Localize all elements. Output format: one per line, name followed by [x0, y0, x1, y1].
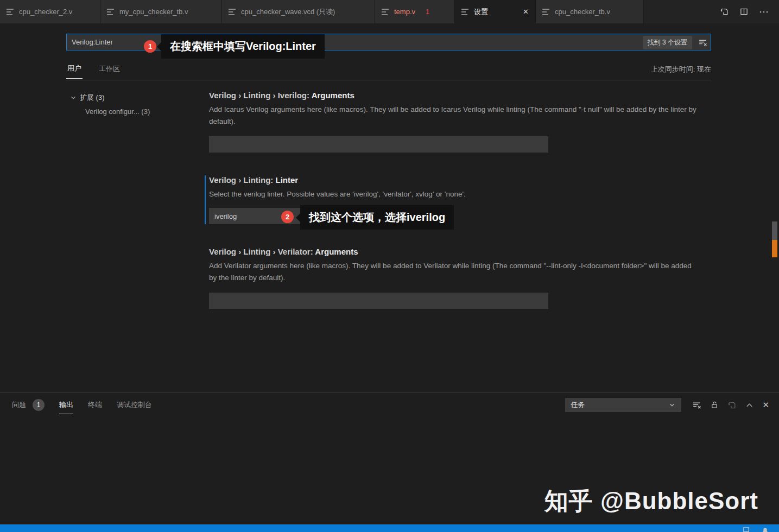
annotation-badge-2: 2	[281, 211, 294, 223]
settings-result-count: 找到 3 个设置	[643, 36, 692, 49]
file-icon	[7, 9, 14, 15]
panel-tab-label: 输出	[59, 400, 73, 414]
panel-tab-label: 调试控制台	[117, 400, 152, 410]
panel-tab-label: 问题	[12, 400, 26, 410]
tab-cpu-checker-wave-vcd[interactable]: cpu_checker_wave.vcd (只读)	[222, 0, 375, 23]
setting-title: Verilog › Linting: Linter	[209, 175, 711, 185]
linter-select-value: iverilog	[214, 212, 237, 220]
editor-tab-bar: cpu_checker_2.v my_cpu_checker_tb.v cpu_…	[0, 0, 779, 23]
iverilog-arguments-input[interactable]	[209, 136, 548, 153]
lock-icon[interactable]	[710, 401, 719, 409]
problems-count-badge: 1	[33, 399, 45, 411]
annotation-tooltip-2: 找到这个选项，选择iverilog	[300, 205, 454, 230]
panel-actions: 任务	[565, 398, 769, 412]
setting-label: Arguments	[315, 247, 358, 256]
tab-temp-v[interactable]: temp.v 1	[375, 0, 455, 23]
verilator-arguments-input[interactable]	[209, 293, 548, 309]
toc-group-label: 扩展 (3)	[80, 93, 105, 103]
output-channel-value: 任务	[571, 400, 585, 410]
setting-category: Verilog › Linting › Iverilog:	[209, 91, 312, 100]
toc-item-verilog-configuration[interactable]: Verilog configur... (3)	[66, 107, 209, 116]
tab-label: my_cpu_checker_tb.v	[119, 8, 188, 16]
file-icon	[542, 9, 550, 15]
file-icon	[461, 9, 469, 15]
panel-tab-terminal[interactable]: 终端	[88, 400, 102, 410]
setting-label: Linter	[276, 175, 299, 185]
scope-tab-user[interactable]: 用户	[66, 60, 83, 79]
tab-label: cpu_checker_2.v	[19, 8, 72, 16]
settings-list: Verilog › Linting › Iverilog: Arguments …	[209, 81, 711, 392]
clear-filter-icon[interactable]	[698, 38, 707, 47]
tab-label: temp.v	[394, 8, 415, 16]
feedback-icon[interactable]	[742, 526, 750, 532]
setting-title: Verilog › Linting › Iverilog: Arguments	[209, 91, 711, 100]
tab-label: 设置	[474, 7, 488, 17]
panel-tab-problems[interactable]: 问题 1	[12, 399, 45, 411]
settings-scope-tabs: 用户 工作区 上次同步时间: 现在	[66, 59, 711, 80]
go-to-file-icon[interactable]	[720, 7, 729, 16]
settings-toc: 扩展 (3) Verilog configur... (3)	[66, 81, 209, 392]
setting-label: Arguments	[312, 91, 354, 100]
panel-tab-label: 终端	[88, 400, 102, 410]
file-icon	[107, 9, 115, 15]
setting-category: Verilog › Linting › Verilator:	[209, 247, 315, 256]
tab-cpu-checker-tb[interactable]: cpu_checker_tb.v	[536, 0, 644, 23]
setting-description: Add Icarus Verilog arguments here (like …	[209, 104, 700, 128]
tab-cpu-checker-2[interactable]: cpu_checker_2.v	[0, 0, 100, 23]
setting-verilator-arguments: Verilog › Linting › Verilator: Arguments…	[209, 247, 711, 309]
clear-output-icon[interactable]	[692, 401, 701, 410]
file-icon	[229, 9, 236, 15]
setting-category: Verilog › Linting:	[209, 175, 276, 185]
setting-linter: Verilog › Linting: Linter Select the ver…	[205, 175, 711, 224]
tab-label: cpu_checker_wave.vcd (只读)	[241, 7, 335, 17]
chevron-down-icon	[69, 94, 77, 102]
scope-tab-workspace[interactable]: 工作区	[98, 61, 121, 79]
annotation-tooltip-1: 在搜索框中填写Verilog:Linter	[161, 34, 325, 59]
panel-header: 问题 1 输出 终端 调试控制台 任务	[0, 393, 779, 417]
setting-description: Select the verilog linter. Possible valu…	[209, 188, 700, 200]
close-icon[interactable]: ✕	[523, 8, 529, 16]
setting-iverilog-arguments: Verilog › Linting › Iverilog: Arguments …	[209, 91, 711, 153]
close-panel-icon[interactable]: ✕	[762, 400, 769, 410]
go-to-file-icon[interactable]	[727, 401, 737, 410]
overview-ruler-match-marker	[772, 240, 777, 257]
maximize-panel-icon[interactable]	[745, 401, 753, 409]
panel-tab-output[interactable]: 输出	[59, 400, 73, 410]
file-icon	[382, 9, 389, 15]
tab-error-count: 1	[426, 8, 429, 16]
tab-settings[interactable]: 设置 ✕	[455, 0, 536, 23]
split-editor-icon[interactable]	[739, 7, 749, 16]
tab-label: cpu_checker_tb.v	[555, 8, 610, 16]
editor-scrollbar[interactable]	[772, 221, 777, 240]
watermark: 知乎 @BubbleSort	[544, 485, 758, 517]
output-channel-select[interactable]: 任务	[565, 398, 681, 412]
more-actions-icon[interactable]: ⋯	[759, 7, 769, 17]
panel-tab-debug-console[interactable]: 调试控制台	[117, 400, 152, 410]
status-bar	[0, 524, 779, 532]
toc-group-extensions[interactable]: 扩展 (3)	[66, 93, 209, 103]
annotation-badge-1: 1	[144, 40, 156, 53]
notifications-bell-icon[interactable]	[761, 526, 769, 532]
bottom-panel: 问题 1 输出 终端 调试控制台 任务	[0, 392, 779, 524]
tab-my-cpu-checker-tb[interactable]: my_cpu_checker_tb.v	[100, 0, 222, 23]
setting-title: Verilog › Linting › Verilator: Arguments	[209, 247, 711, 256]
setting-description: Add Verilator arguments here (like macro…	[209, 260, 700, 284]
chevron-down-icon	[668, 401, 676, 409]
editor-actions: ⋯	[710, 0, 779, 23]
last-sync-status: 上次同步时间: 现在	[651, 65, 711, 74]
